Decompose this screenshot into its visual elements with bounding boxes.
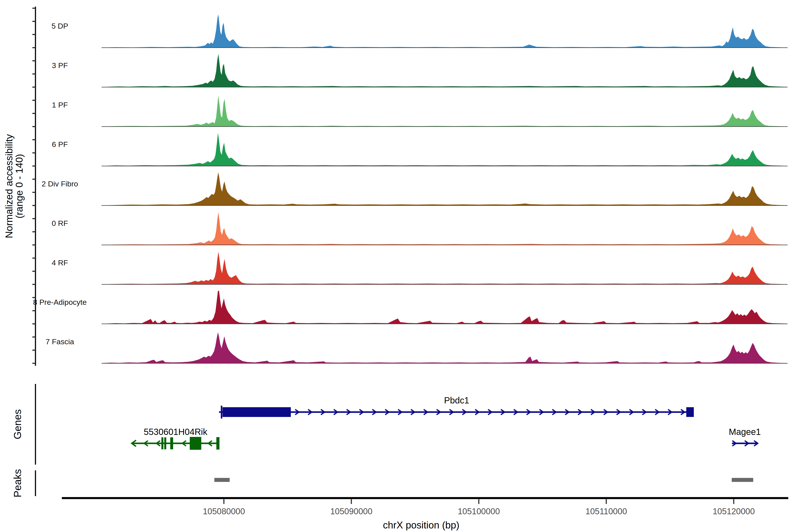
coverage-track: 5 DP (52, 14, 787, 48)
track-label: 4 RF (52, 259, 68, 267)
gene-name-label: Magee1 (729, 427, 761, 437)
coverage-track: 1 PF (52, 96, 787, 127)
x-axis-tick-label: 105080000 (203, 507, 245, 516)
track-label: 3 PF (52, 61, 68, 70)
x-axis-tick-label: 105100000 (458, 507, 500, 516)
peaks-section-label: Peaks (12, 469, 23, 497)
coverage-track: 6 PF (52, 133, 787, 166)
track-label: 1 PF (52, 101, 68, 109)
x-axis-tick-label: 105120000 (712, 507, 755, 516)
track-label: 2 Div Fibro (42, 179, 78, 188)
gene-name-label: Pbdc1 (444, 396, 469, 405)
coverage-track: 2 Div Fibro (42, 172, 787, 206)
genes-section-label: Genes (12, 409, 23, 439)
genes-section: GenesPbdc15530601H04RikMagee1 (12, 384, 761, 464)
coverage-track: 4 RF (52, 252, 787, 284)
coverage-track: 8 Pre-Adipocyte (33, 291, 787, 324)
y-axis: Normalized accessibility(range 0 - 140) (3, 7, 36, 366)
coverage-area-6-pf (101, 133, 787, 166)
track-label: 5 DP (52, 22, 68, 30)
gene-model-pbdc1: Pbdc1 (219, 396, 694, 418)
gene-exon (216, 437, 220, 450)
x-axis-title: chrX position (bp) (383, 519, 459, 530)
coverage-area-0-rf (101, 212, 787, 245)
track-label: 6 PF (52, 140, 68, 149)
track-label: 0 RF (52, 219, 68, 227)
x-axis-tick-label: 105090000 (330, 507, 373, 516)
coverage-track: 7 Fascia (46, 332, 787, 363)
track-label: 8 Pre-Adipocyte (33, 298, 87, 306)
track-label: 7 Fascia (46, 337, 74, 346)
gene-model-magee1: Magee1 (729, 427, 761, 446)
coverage-area-5-dp (101, 14, 787, 48)
peaks-section: Peaks (12, 469, 753, 497)
gene-exon (170, 437, 173, 449)
coverage-track: 0 RF (52, 212, 787, 245)
x-axis-tick-label: 105110000 (585, 507, 627, 516)
gene-exon (164, 437, 166, 449)
coverage-plot-figure: Normalized accessibility(range 0 - 140)5… (0, 0, 798, 532)
atac-peak-rect (214, 478, 230, 482)
gene-model-5530601h04rik: 5530601H04Rik (132, 427, 220, 450)
coverage-area-4-rf (101, 252, 787, 284)
coverage-area-1-pf (101, 96, 787, 127)
atac-peak-rect (732, 478, 753, 482)
gene-exon (162, 437, 164, 449)
x-axis: 1050800001050900001051000001051100001051… (62, 498, 788, 530)
gene-exon (686, 407, 694, 417)
y-axis-label-line2: (range 0 - 140) (14, 154, 25, 218)
plot-svg: Normalized accessibility(range 0 - 140)5… (0, 0, 798, 532)
gene-exon (190, 437, 201, 450)
coverage-area-7-fascia (101, 332, 787, 363)
gene-exon (223, 407, 291, 417)
coverage-area-3-pf (101, 54, 787, 87)
gene-name-label: 5530601H04Rik (144, 427, 208, 437)
coverage-track: 3 PF (52, 54, 787, 87)
coverage-area-2-div-fibro (101, 172, 787, 206)
coverage-area-8-pre-adipocyte (101, 291, 787, 324)
y-axis-label-line1: Normalized accessibility (3, 134, 14, 238)
gene-tss-bar (221, 406, 222, 418)
